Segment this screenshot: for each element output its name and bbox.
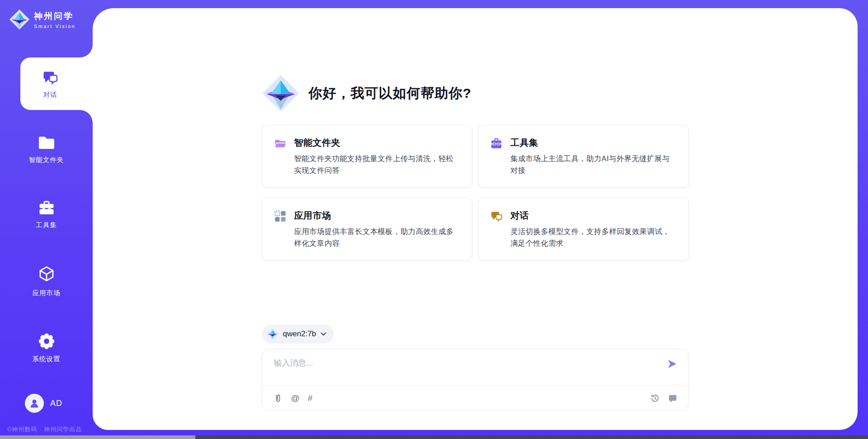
brand-name: 神州问学 xyxy=(34,10,75,22)
blocks-icon xyxy=(274,210,287,223)
feature-cards: 智能文件夹 智能文件夹功能支持批量文件上传与清洗，轻松实现文件问答 工具集 xyxy=(262,125,689,261)
brand-subtitle: Smart Vision xyxy=(34,24,75,29)
sidebar-item-label: 系统设置 xyxy=(33,355,61,363)
briefcase-icon xyxy=(38,199,56,216)
chat-icon xyxy=(490,210,503,223)
avatar xyxy=(25,394,44,413)
sidebar-item-chat[interactable]: 对话 xyxy=(20,57,93,110)
composer: qwen2:7b xyxy=(262,324,689,430)
cube-icon xyxy=(38,265,56,284)
sidebar-item-label: 工具集 xyxy=(36,221,57,229)
sidebar-item-smart-folder[interactable]: 智能文件夹 xyxy=(0,134,93,164)
person-icon xyxy=(28,397,40,409)
sidebar-item-settings[interactable]: 系统设置 xyxy=(0,332,93,363)
chat-bubble-icon[interactable] xyxy=(668,393,678,403)
paperclip-icon[interactable] xyxy=(273,393,283,403)
model-name: qwen2:7b xyxy=(283,329,316,339)
card-title: 工具集 xyxy=(510,137,677,149)
card-app-market[interactable]: 应用市场 应用市场提供丰富长文本模板，助力高效生成多样化文章内容 xyxy=(262,198,473,261)
open-folder-icon xyxy=(274,137,287,150)
at-icon[interactable]: @ xyxy=(291,394,300,402)
message-input-box: @ # xyxy=(262,349,689,411)
gem-logo-icon xyxy=(267,328,278,340)
gem-logo-icon xyxy=(9,9,30,30)
folder-icon xyxy=(37,134,56,151)
send-arrow-icon[interactable] xyxy=(667,358,678,369)
gem-logo-icon xyxy=(262,74,300,112)
copyright-text: ©神州数码 · 神州问学出品 xyxy=(7,425,82,434)
card-toolbox[interactable]: 工具集 集成市场上主流工具，助力AI与外界无缝扩展与对接 xyxy=(478,125,689,188)
sidebar: 神州问学 Smart Vision 对话 智能文件夹 xyxy=(0,0,93,439)
chevron-down-icon xyxy=(321,332,326,336)
sidebar-item-label: 智能文件夹 xyxy=(29,156,64,164)
card-description: 应用市场提供丰富长文本模板，助力高效生成多样化文章内容 xyxy=(294,226,461,249)
composer-toolbar: @ # xyxy=(262,385,689,410)
user-profile[interactable]: AD xyxy=(25,394,62,413)
scrollbar-thumb[interactable] xyxy=(0,435,195,439)
model-selector[interactable]: qwen2:7b xyxy=(262,324,334,344)
hash-icon[interactable]: # xyxy=(308,394,313,402)
card-smart-folder[interactable]: 智能文件夹 智能文件夹功能支持批量文件上传与清洗，轻松实现文件问答 xyxy=(262,125,473,188)
card-description: 智能文件夹功能支持批量文件上传与清洗，轻松实现文件问答 xyxy=(294,153,461,176)
card-title: 对话 xyxy=(510,210,677,222)
card-description: 灵活切换多模型文件，支持多样回复效果调试，满足个性化需求 xyxy=(510,226,677,249)
card-chat[interactable]: 对话 灵活切换多模型文件，支持多样回复效果调试，满足个性化需求 xyxy=(478,198,689,261)
user-name: AD xyxy=(50,399,62,408)
sidebar-item-label: 应用市场 xyxy=(33,289,61,297)
brand-logo: 神州问学 Smart Vision xyxy=(9,9,75,30)
greeting-title: 你好，我可以如何帮助你? xyxy=(309,84,472,103)
message-input[interactable] xyxy=(274,358,661,385)
sidebar-item-label: 对话 xyxy=(43,91,57,99)
greeting: 你好，我可以如何帮助你? xyxy=(262,74,689,112)
sidebar-item-app-market[interactable]: 应用市场 xyxy=(0,265,93,297)
history-icon[interactable] xyxy=(650,393,660,403)
gear-icon xyxy=(38,332,56,350)
main-panel: 你好，我可以如何帮助你? 智能文件夹 智能文件夹功能支持批量文件上传与清洗，轻松… xyxy=(93,8,858,430)
card-description: 集成市场上主流工具，助力AI与外界无缝扩展与对接 xyxy=(510,153,677,176)
sidebar-item-toolbox[interactable]: 工具集 xyxy=(0,199,93,229)
card-title: 智能文件夹 xyxy=(294,137,461,149)
briefcase-icon xyxy=(490,137,503,150)
card-title: 应用市场 xyxy=(294,210,461,222)
chat-icon xyxy=(41,69,59,87)
horizontal-scrollbar[interactable] xyxy=(0,435,868,439)
